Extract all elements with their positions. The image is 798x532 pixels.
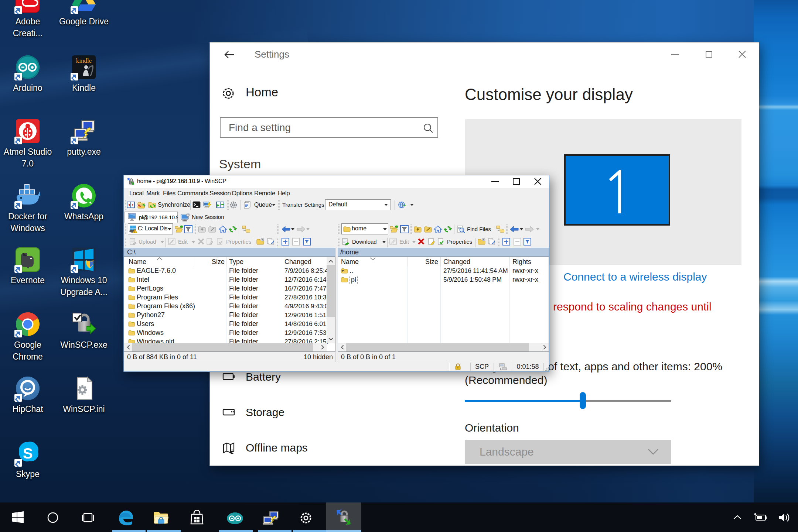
svg-text:!: ! — [134, 230, 136, 233]
svg-text:kindle: kindle — [76, 57, 92, 64]
svg-text:S: S — [23, 445, 33, 461]
